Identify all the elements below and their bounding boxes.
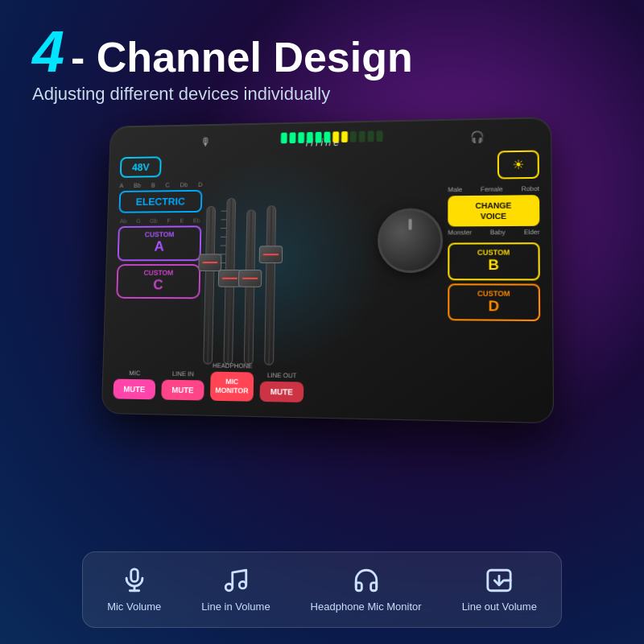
info-card: Mic Volume Line in Volume Headphone Mic … bbox=[82, 551, 562, 628]
linein-volume-label: Line in Volume bbox=[201, 601, 270, 613]
level-bar-12 bbox=[377, 130, 383, 142]
notes-row-1: ABbBCDbD bbox=[119, 181, 202, 189]
electric-button[interactable]: ELECTRIC bbox=[118, 190, 202, 213]
level-bar-5 bbox=[316, 132, 322, 143]
level-bar-7 bbox=[332, 131, 339, 142]
level-bar-6 bbox=[324, 132, 330, 143]
headphone-top-icon: 🎧 bbox=[470, 130, 484, 143]
mic-volume-icon bbox=[121, 567, 148, 594]
info-lineout: Line out Volume bbox=[462, 567, 537, 613]
mic-mute-button[interactable]: MUTE bbox=[113, 379, 155, 400]
custom-d-button[interactable]: CUSTOM D bbox=[448, 283, 540, 321]
custom-b-button[interactable]: CUSTOM B bbox=[448, 242, 540, 280]
linein-channel: LINE IN MUTE bbox=[161, 370, 204, 401]
title-line: 4 - Channel Design bbox=[32, 23, 612, 80]
bottom-info: Mic Volume Line in Volume Headphone Mic … bbox=[0, 551, 644, 628]
mixer-device: fifine 🎙 🎧 48V ABbBCDbD bbox=[101, 117, 554, 423]
custom-c-button[interactable]: CUSTOM C bbox=[116, 264, 200, 299]
headphone-channel: HEADPHONE MICMONITOR bbox=[210, 362, 254, 402]
header: 4 - Channel Design Adjusting different d… bbox=[0, 0, 644, 111]
linein-icon bbox=[222, 567, 250, 594]
mic-top-icon: 🎙 bbox=[200, 135, 212, 148]
level-bar-4 bbox=[307, 132, 313, 143]
mic-monitor-button[interactable]: MICMONITOR bbox=[210, 372, 254, 402]
master-knob[interactable] bbox=[378, 208, 443, 273]
custom-a-button[interactable]: CUSTOM A bbox=[118, 225, 202, 261]
level-bar-3 bbox=[298, 132, 304, 143]
headphone-channel-label: HEADPHONE bbox=[213, 362, 253, 370]
fader-3 bbox=[244, 209, 256, 365]
svg-point-4 bbox=[239, 581, 246, 588]
linein-mute-button[interactable]: MUTE bbox=[161, 380, 204, 401]
svg-point-3 bbox=[225, 584, 233, 591]
mic-volume-label: Mic Volume bbox=[107, 601, 161, 613]
change-voice-button[interactable]: CHANGEVOICE bbox=[448, 195, 539, 226]
headphone-mic-icon bbox=[353, 567, 380, 594]
level-bar-9 bbox=[350, 131, 357, 142]
right-panel: ☀ MaleFemaleRobot CHANGEVOICE MonsterBab… bbox=[448, 151, 540, 322]
info-linein-volume: Line in Volume bbox=[201, 567, 270, 613]
lineout-channel-label: LINE OUT bbox=[267, 372, 297, 380]
level-bar-11 bbox=[368, 131, 374, 142]
lineout-channel: LINE OUT MUTE bbox=[259, 372, 303, 402]
device-container: fifine 🎙 🎧 48V ABbBCDbD bbox=[0, 119, 644, 417]
phantom-power-button[interactable]: 48V bbox=[120, 156, 162, 177]
mic-channel: MIC MUTE bbox=[113, 369, 155, 400]
fader-4 bbox=[264, 205, 276, 365]
info-headphone: Headphone Mic Monitor bbox=[311, 567, 422, 613]
svg-rect-0 bbox=[130, 569, 138, 582]
fader-handle-1[interactable] bbox=[198, 254, 221, 271]
fader-track-4[interactable] bbox=[264, 205, 276, 365]
fader-1 bbox=[203, 206, 216, 365]
left-panel: 48V ABbBCDbD ELECTRIC AbGGbFEEb CUSTOM A… bbox=[116, 156, 203, 299]
brightness-button[interactable]: ☀ bbox=[497, 151, 539, 180]
level-bar-10 bbox=[359, 131, 365, 142]
level-bar-8 bbox=[341, 131, 348, 142]
voice-labels-bottom: MonsterBabyElder bbox=[448, 229, 539, 237]
faders-area bbox=[203, 157, 380, 367]
headphone-label: Headphone Mic Monitor bbox=[311, 601, 422, 613]
change-voice-label: CHANGEVOICE bbox=[476, 201, 512, 221]
info-mic-volume: Mic Volume bbox=[107, 567, 161, 613]
fader-handle-4[interactable] bbox=[259, 246, 283, 263]
title-text: - Channel Design bbox=[71, 36, 413, 78]
fader-track-3[interactable] bbox=[244, 209, 256, 365]
fader-track-1[interactable] bbox=[203, 206, 216, 365]
level-bar-2 bbox=[290, 132, 296, 143]
title-number: 4 bbox=[32, 23, 64, 80]
fader-handle-3[interactable] bbox=[238, 270, 262, 287]
mic-channel-label: MIC bbox=[129, 369, 140, 377]
voice-labels-top: MaleFemaleRobot bbox=[448, 185, 539, 193]
lineout-label: Line out Volume bbox=[462, 601, 537, 613]
level-bar-1 bbox=[281, 133, 287, 144]
level-meter bbox=[281, 130, 383, 143]
lineout-icon bbox=[485, 567, 513, 594]
notes-row-2: AbGGbFEEb bbox=[118, 217, 202, 225]
linein-channel-label: LINE IN bbox=[172, 370, 194, 378]
subtitle: Adjusting different devices individually bbox=[32, 84, 612, 105]
bottom-buttons: MIC MUTE LINE IN MUTE HEADPHONE MICMONIT… bbox=[113, 361, 541, 407]
lineout-mute-button[interactable]: MUTE bbox=[259, 382, 303, 402]
